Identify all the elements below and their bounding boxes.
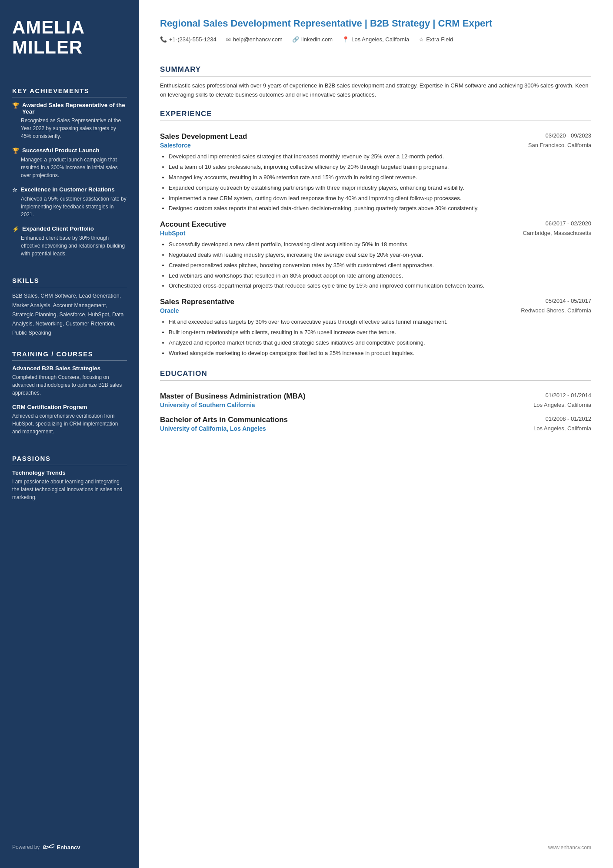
achievement-item: 🏆 Awarded Sales Representative of the Ye…	[12, 102, 127, 140]
bullet-item: Built long-term relationships with clien…	[169, 328, 591, 337]
achievement-item: 🏆 Successful Product Launch Managed a pr…	[12, 147, 127, 179]
achievement-icon: 🏆	[12, 147, 19, 154]
achievements-section-title: KEY ACHIEVEMENTS	[12, 87, 127, 97]
bullet-item: Negotiated deals with leading industry p…	[169, 251, 591, 260]
experience-job: Sales Development Lead 03/2020 - 09/2023…	[160, 132, 591, 213]
exp-company: Salesforce	[160, 142, 191, 149]
training-list: Advanced B2B Sales Strategies Completed …	[12, 365, 127, 442]
summary-text: Enthusiastic sales professional with ove…	[160, 81, 591, 100]
contact-item: 📍Los Angeles, California	[342, 36, 409, 43]
achievement-icon: ⚡	[12, 226, 19, 232]
achievement-item: ☆ Excellence in Customer Relations Achie…	[12, 186, 127, 218]
passion-title: Technology Trends	[12, 469, 127, 476]
contact-icon: ✉	[226, 36, 231, 43]
achievement-desc: Achieved a 95% customer satisfaction rat…	[12, 195, 127, 218]
exp-header: Sales Representative 05/2014 - 05/2017	[160, 298, 591, 306]
exp-dates: 05/2014 - 05/2017	[545, 298, 591, 304]
bullet-item: Expanded company outreach by establishin…	[169, 184, 591, 193]
edu-header: Bachelor of Arts in Communications 01/20…	[160, 416, 591, 424]
bullet-item: Led a team of 10 sales professionals, im…	[169, 163, 591, 172]
training-title: CRM Certification Program	[12, 404, 127, 410]
education-section-title: EDUCATION	[160, 369, 591, 381]
achievement-desc: Recognized as Sales Representative of th…	[12, 117, 127, 140]
achievement-title: ☆ Excellence in Customer Relations	[12, 186, 127, 193]
education-degree: Bachelor of Arts in Communications 01/20…	[160, 416, 591, 432]
edu-location: Los Angeles, California	[533, 402, 591, 409]
sidebar: AMELIA MILLER KEY ACHIEVEMENTS 🏆 Awarded…	[0, 0, 139, 868]
bullet-item: Implemented a new CRM system, cutting do…	[169, 194, 591, 203]
bullet-item: Hit and exceeded sales targets by 30% ov…	[169, 318, 591, 327]
skills-text: B2B Sales, CRM Software, Lead Generation…	[12, 292, 127, 338]
powered-by-label: Powered by	[12, 844, 40, 850]
achievement-title-text: Successful Product Launch	[22, 147, 100, 154]
training-desc: Completed through Coursera, focusing on …	[12, 373, 127, 397]
edu-subheader: University of Southern California Los An…	[160, 402, 591, 409]
training-desc: Achieved a comprehensive certification f…	[12, 412, 127, 436]
edu-dates: 01/2012 - 01/2014	[545, 392, 591, 399]
exp-header: Sales Development Lead 03/2020 - 09/2023	[160, 132, 591, 141]
exp-bullets: Successfully developed a new client port…	[160, 240, 591, 291]
enhancv-logo: Enhancv	[43, 844, 80, 851]
edu-subheader: University of California, Los Angeles Lo…	[160, 425, 591, 432]
contact-text: help@enhancv.com	[233, 36, 283, 43]
main-header: Regional Sales Development Representativ…	[160, 17, 591, 43]
passion-desc: I am passionate about learning and integ…	[12, 478, 127, 501]
edu-degree-title: Master of Business Administration (MBA)	[160, 392, 306, 401]
contact-text: Los Angeles, California	[351, 36, 409, 43]
achievement-item: ⚡ Expanded Client Portfolio Enhanced cli…	[12, 225, 127, 258]
exp-subheader: Oracle Redwood Shores, California	[160, 307, 591, 314]
contact-icon: 🔗	[292, 36, 299, 43]
exp-job-title: Sales Development Lead	[160, 132, 247, 141]
bullet-item: Analyzed and reported market trends that…	[169, 338, 591, 348]
footer-url: www.enhancv.com	[548, 845, 591, 851]
job-title: Regional Sales Development Representativ…	[160, 17, 591, 30]
achievement-icon: 🏆	[12, 102, 19, 109]
contact-item: 📞+1-(234)-555-1234	[160, 36, 217, 43]
achievements-list: 🏆 Awarded Sales Representative of the Ye…	[12, 102, 127, 265]
passion-item: Technology Trends I am passionate about …	[12, 469, 127, 501]
exp-dates: 06/2017 - 02/2020	[545, 220, 591, 227]
edu-school: University of California, Los Angeles	[160, 425, 266, 432]
achievement-title: 🏆 Successful Product Launch	[12, 147, 127, 154]
exp-location: San Francisco, California	[528, 142, 591, 148]
contact-item: ✉help@enhancv.com	[226, 36, 283, 43]
experience-section-title: EXPERIENCE	[160, 110, 591, 121]
exp-bullets: Developed and implemented sales strategi…	[160, 152, 591, 213]
experience-job: Account Executive 06/2017 - 02/2020 HubS…	[160, 220, 591, 291]
bullet-item: Developed and implemented sales strategi…	[169, 152, 591, 161]
exp-company: Oracle	[160, 307, 179, 314]
achievement-desc: Enhanced client base by 30% through effe…	[12, 234, 127, 258]
training-title: Advanced B2B Sales Strategies	[12, 365, 127, 372]
passions-section-title: PASSIONS	[12, 455, 127, 465]
achievement-icon: ☆	[12, 187, 17, 193]
skills-section-title: SKILLS	[12, 277, 127, 287]
achievement-title: 🏆 Awarded Sales Representative of the Ye…	[12, 102, 127, 115]
contact-icon: 📞	[160, 36, 167, 43]
contact-item: 🔗linkedin.com	[292, 36, 333, 43]
contact-text: +1-(234)-555-1234	[169, 36, 217, 43]
main-content: Regional Sales Development Representativ…	[139, 0, 613, 868]
exp-location: Cambridge, Massachusetts	[523, 230, 591, 236]
edu-school: University of Southern California	[160, 402, 255, 409]
edu-dates: 01/2008 - 01/2012	[545, 416, 591, 422]
achievement-title-text: Expanded Client Portfolio	[22, 225, 94, 232]
edu-location: Los Angeles, California	[533, 425, 591, 432]
bullet-item: Created personalized sales pitches, boos…	[169, 261, 591, 270]
training-item: CRM Certification Program Achieved a com…	[12, 404, 127, 436]
contact-icon: ☆	[419, 36, 424, 43]
contact-item: ☆Extra Field	[419, 36, 453, 43]
resume-container: AMELIA MILLER KEY ACHIEVEMENTS 🏆 Awarded…	[0, 0, 613, 868]
exp-bullets: Hit and exceeded sales targets by 30% ov…	[160, 318, 591, 358]
exp-location: Redwood Shores, California	[521, 307, 591, 314]
achievement-desc: Managed a product launch campaign that r…	[12, 156, 127, 179]
achievement-title-text: Excellence in Customer Relations	[20, 186, 115, 193]
training-section-title: TRAINING / COURSES	[12, 350, 127, 361]
exp-header: Account Executive 06/2017 - 02/2020	[160, 220, 591, 229]
training-item: Advanced B2B Sales Strategies Completed …	[12, 365, 127, 397]
exp-dates: 03/2020 - 09/2023	[545, 132, 591, 139]
bullet-item: Managed key accounts, resulting in a 90%…	[169, 173, 591, 182]
candidate-name: AMELIA MILLER	[12, 17, 127, 57]
contact-text: linkedin.com	[301, 36, 333, 43]
bullet-item: Orchestrated cross-departmental projects…	[169, 282, 591, 291]
contact-row: 📞+1-(234)-555-1234✉help@enhancv.com🔗link…	[160, 36, 591, 43]
